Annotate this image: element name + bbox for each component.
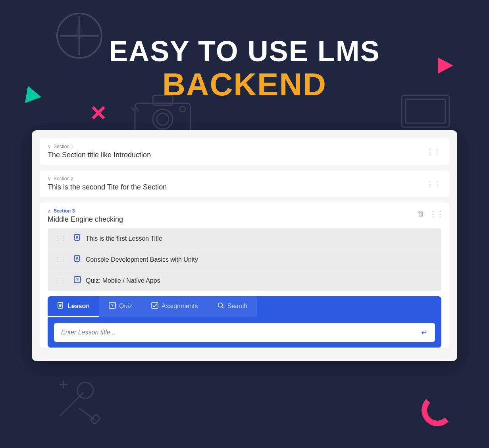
tab-assignments-label: Assignments [162,303,198,310]
svg-point-9 [180,106,185,112]
add-content-area: Lesson ? Quiz [48,296,441,348]
header-line1: EASY TO USE LMS [0,36,489,67]
section-1: ∨ Section 1 The Section title like Intro… [40,138,449,165]
section-3-chevron: ∧ [48,208,51,214]
content-tabs: Lesson ? Quiz [48,296,441,317]
lesson-1-icon [74,234,81,243]
svg-line-11 [135,106,139,111]
svg-rect-20 [90,414,100,424]
tab-lesson-label: Lesson [67,303,90,310]
svg-rect-13 [406,99,445,123]
tab-search-label: Search [227,303,248,310]
main-card: ∨ Section 1 The Section title like Intro… [32,130,457,361]
section-1-header: ∨ Section 1 [48,144,441,149]
tab-quiz-label: Quiz [119,303,132,310]
section-3: ∧ Section 3 Middle Engine checking 🗑 ⋮⋮ … [40,203,449,348]
section-1-chevron: ∨ [48,144,51,149]
quiz-icon: ? [74,276,81,285]
tab-assignments[interactable]: Assignments [142,296,208,317]
section-3-header: ∧ Section 3 [48,208,441,214]
svg-marker-3 [77,19,82,36]
svg-line-19 [79,408,95,420]
lesson-1-drag: ⋮⋮ [54,235,67,242]
lesson-title-input[interactable] [54,323,414,342]
header-area: EASY TO USE LMS BACKEND [0,36,489,102]
svg-point-7 [157,113,169,125]
svg-line-41 [222,307,223,308]
section-2-header: ∨ Section 2 [48,176,441,182]
table-row: ⋮⋮ Console Development Basics with Unity [48,249,441,270]
header-line2: BACKEND [0,67,489,102]
svg-line-10 [131,107,135,111]
svg-line-17 [60,392,83,416]
section-1-drag: ⋮⋮ [426,148,442,155]
section-3-drag: ⋮⋮ [429,210,444,218]
section-2-drag: ⋮⋮ [426,180,442,187]
tab-lesson-icon [57,302,64,311]
section-1-title: The Section title like Introduction [48,151,441,159]
svg-rect-39 [152,302,158,309]
lesson-2-drag: ⋮⋮ [54,256,67,263]
tab-search[interactable]: Search [208,296,257,317]
lesson-2-title: Console Development Basics with Unity [86,256,198,263]
pink-x: ✕ [89,103,107,124]
table-row: ⋮⋮ This is the first Lesson Title [48,228,441,249]
section-3-title: Middle Engine checking [48,215,441,224]
pink-circle-arc [422,394,453,426]
section-3-actions: 🗑 ⋮⋮ [416,208,444,220]
tab-quiz[interactable]: ? Quiz [99,296,142,317]
section-2-chevron: ∨ [48,176,51,182]
section-3-label: Section 3 [54,208,75,214]
svg-point-18 [77,382,93,398]
section-2-title: This is the second Tite for the Section [48,183,441,191]
svg-text:?: ? [111,303,114,308]
section-2-label: Section 2 [54,176,73,182]
svg-text:?: ? [76,277,79,282]
table-row: ⋮⋮ ? Quiz: Mobile / Native Apps [48,270,441,291]
input-row: ↵ [48,317,441,348]
submit-lesson-button[interactable]: ↵ [414,323,435,342]
lesson-1-title: This is the first Lesson Title [86,235,162,242]
svg-point-6 [153,109,173,129]
section-2: ∨ Section 2 This is the second Tite for … [40,170,449,197]
tab-assignments-icon [151,302,158,311]
section-3-delete-button[interactable]: 🗑 [416,208,426,220]
svg-point-40 [218,303,222,307]
lesson-items-container: ⋮⋮ This is the first Lesson Title ⋮⋮ [48,228,441,291]
lesson-input-wrapper: ↵ [54,323,435,342]
tab-quiz-icon: ? [109,302,116,311]
lesson-2-icon [74,255,81,264]
tab-lesson[interactable]: Lesson [48,296,99,317]
tab-search-icon [217,302,224,311]
lesson-3-title: Quiz: Mobile / Native Apps [86,277,160,284]
section-1-label: Section 1 [54,144,73,149]
lesson-3-drag: ⋮⋮ [54,277,67,284]
